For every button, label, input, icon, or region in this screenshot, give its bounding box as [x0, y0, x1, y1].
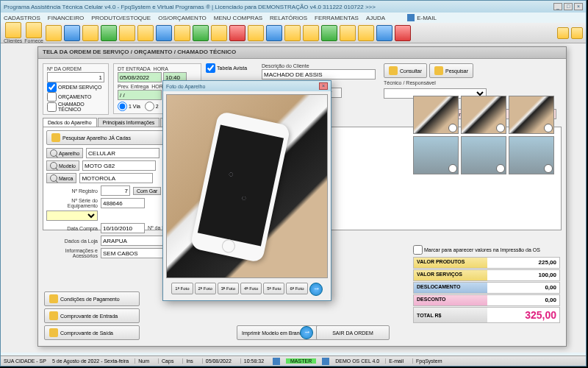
- toolbar-icon-5[interactable]: [82, 25, 98, 41]
- modelo-zoom[interactable]: Modelo: [46, 160, 79, 171]
- marca-zoom[interactable]: Marca: [46, 173, 76, 183]
- cor-select[interactable]: [46, 210, 98, 221]
- foto3-button[interactable]: 3ª Foto: [218, 283, 239, 294]
- dt-entrada-input[interactable]: [118, 72, 162, 82]
- toolbar-exit-icon[interactable]: [571, 27, 583, 39]
- photo-preview: [166, 94, 328, 278]
- toolbar-icon-20[interactable]: [358, 25, 374, 41]
- toolbar-clientes-icon[interactable]: [5, 22, 21, 38]
- toolbar-icon-22[interactable]: [395, 25, 411, 41]
- toolbar-icon-4[interactable]: [64, 25, 80, 41]
- toolbar-icon-13[interactable]: [229, 25, 245, 41]
- toolbar-icon-6[interactable]: [101, 25, 117, 41]
- printer-icon: [49, 328, 58, 337]
- consultar-button[interactable]: Consultar: [384, 63, 427, 78]
- status-email[interactable]: E-mail: [385, 358, 406, 364]
- toolbar-icon-19[interactable]: [340, 25, 356, 41]
- thumb-4[interactable]: [413, 136, 459, 174]
- app-window: Programa Assistência Técnica Celular v4.…: [0, 0, 587, 367]
- thumb-6[interactable]: [509, 136, 554, 174]
- marca-input[interactable]: [79, 173, 153, 183]
- foto1-button[interactable]: 1ª Foto: [171, 283, 193, 294]
- thumb-5[interactable]: [461, 136, 506, 174]
- via2-radio[interactable]: [145, 102, 154, 111]
- data-compra-input[interactable]: [101, 223, 145, 233]
- total-produtos: 225,00: [487, 258, 559, 268]
- menubar: CADASTROS FINANCEIRO PRODUTO/ESTOQUE OS/…: [1, 13, 586, 23]
- order-no-input[interactable]: [47, 72, 104, 82]
- chk-orcamento[interactable]: [47, 92, 57, 102]
- serie-input[interactable]: [101, 198, 145, 208]
- thumb-2[interactable]: [461, 96, 506, 134]
- foto2-button[interactable]: 2ª Foto: [195, 283, 216, 294]
- foto6-button[interactable]: 6ª Foto: [286, 283, 307, 294]
- cond-pagamento-button[interactable]: Condições de Pagamento: [44, 291, 140, 306]
- chk-ordem[interactable]: [47, 82, 57, 92]
- order-no-label: Nº DA ORDEM: [47, 66, 104, 71]
- cracked-screen: [201, 130, 279, 244]
- toolbar-icon-21[interactable]: [376, 25, 392, 41]
- toolbar-icon-15[interactable]: [266, 25, 282, 41]
- menu-orcamento[interactable]: OS/ORÇAMENTO: [158, 15, 207, 21]
- toolbar-icon-7[interactable]: [119, 25, 135, 41]
- aparelho-input[interactable]: [86, 148, 159, 158]
- status-caps: Caps: [158, 358, 176, 364]
- menu-ajuda[interactable]: AJUDA: [366, 15, 385, 21]
- toolbar-icon-17[interactable]: [303, 25, 319, 41]
- com-gar-button[interactable]: Com Gar: [133, 187, 161, 195]
- status-user-icon: [273, 358, 280, 365]
- foto4-button[interactable]: 4ª Foto: [240, 283, 262, 294]
- status-city: SUA CIDADE - SP: [4, 358, 46, 364]
- chk-chamado[interactable]: [47, 102, 57, 112]
- cliente-input[interactable]: [262, 69, 376, 79]
- sair-button[interactable]: SAIR DA ORDEM: [316, 325, 390, 340]
- foto5-button[interactable]: 5ª Foto: [263, 283, 284, 294]
- menu-produto[interactable]: PRODUTO/ESTOQUE: [91, 15, 151, 21]
- status-db-icon: [322, 358, 329, 365]
- comp-entrada-button[interactable]: Comprovante de Entrada: [44, 308, 140, 323]
- toolbar-icon-18[interactable]: [321, 25, 337, 41]
- close-button[interactable]: ×: [574, 3, 583, 10]
- toolbar-icon-9[interactable]: [156, 25, 172, 41]
- registro-input[interactable]: [101, 185, 130, 196]
- status-ins: Ins: [182, 358, 196, 364]
- maximize-button[interactable]: □: [564, 3, 573, 10]
- chk-print-values[interactable]: [413, 245, 423, 255]
- thumb-1[interactable]: [413, 96, 459, 134]
- chk-avista[interactable]: [206, 63, 215, 73]
- pesquisar-aparelho-button[interactable]: Pesquisar Aparelho JÁ Cadas: [46, 130, 179, 145]
- toolbar-icon-16[interactable]: [284, 25, 301, 41]
- toolbar-icon-12[interactable]: [211, 25, 227, 41]
- photo-next-button[interactable]: [309, 283, 323, 296]
- toolbar-icon-10[interactable]: [174, 25, 190, 41]
- menu-compras[interactable]: MENU COMPRAS: [214, 15, 262, 21]
- aparelho-zoom[interactable]: Aparelho: [46, 148, 83, 158]
- comp-saida-button[interactable]: Comprovante de Saída: [44, 325, 140, 340]
- toolbar-help-icon[interactable]: [557, 27, 569, 39]
- minimize-button[interactable]: _: [553, 3, 562, 10]
- toolbar-icon-3[interactable]: [46, 25, 62, 41]
- total-servicos: 100,00: [487, 270, 559, 280]
- status-fpq[interactable]: FpqSystem: [412, 358, 445, 364]
- menu-financeiro[interactable]: FINANCEIRO: [48, 15, 84, 21]
- toolbar-fornece-icon[interactable]: [26, 22, 42, 38]
- thumb-3[interactable]: [509, 96, 554, 134]
- toolbar-icon-8[interactable]: [137, 25, 154, 41]
- photo-close-button[interactable]: ×: [319, 82, 328, 90]
- pesquisar-button[interactable]: Pesquisar: [429, 63, 473, 78]
- next-arrow-button[interactable]: [300, 326, 313, 339]
- via1-radio[interactable]: [118, 102, 127, 111]
- menu-cadastros[interactable]: CADASTROS: [4, 15, 40, 21]
- tab-dados-aparelho[interactable]: Dados do Aparelho: [43, 118, 97, 127]
- toolbar-icon-11[interactable]: [193, 25, 209, 41]
- modelo-input[interactable]: [82, 160, 156, 171]
- menu-relatorios[interactable]: RELATÓRIOS: [270, 15, 307, 21]
- tab-principais-info[interactable]: Principais Informações: [98, 118, 160, 127]
- menu-ferramentas[interactable]: FERRAMENTAS: [315, 15, 359, 21]
- prev-entrega-input[interactable]: [118, 90, 162, 100]
- toolbar-icon-14[interactable]: [248, 25, 264, 41]
- status-date: 05/08/2022: [202, 358, 234, 364]
- email-icon: [407, 14, 415, 21]
- thumb-grid: [413, 96, 560, 174]
- menu-email[interactable]: E-MAIL: [407, 14, 437, 21]
